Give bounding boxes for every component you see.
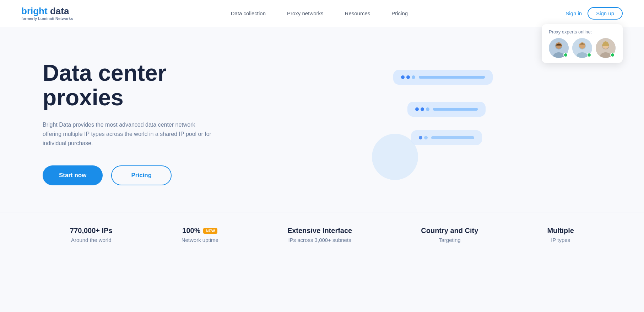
stat-uptime-value: 100% NEW <box>182 227 217 235</box>
db-card-3 <box>411 130 482 145</box>
nav-actions: Sign in Sign up <box>565 7 623 20</box>
nav-proxy-networks[interactable]: Proxy networks <box>287 10 324 16</box>
hero-content: Data center proxies Bright Data provides… <box>43 61 263 185</box>
db-line-2 <box>433 108 478 111</box>
stat-interface: Extensive Interface IPs across 3,000+ su… <box>287 227 352 243</box>
pricing-button[interactable]: Pricing <box>111 165 172 185</box>
stat-types: Multiple IP types <box>547 227 574 243</box>
expert-avatar-3[interactable] <box>596 38 616 58</box>
experts-avatars <box>549 38 616 58</box>
nav-data-collection[interactable]: Data collection <box>231 10 266 16</box>
hero-description: Bright Data provides the most advanced d… <box>43 120 213 148</box>
db-line-3 <box>431 136 474 139</box>
logo-data: data <box>50 6 69 16</box>
stat-targeting-label: Targeting <box>439 237 461 243</box>
stat-interface-label: IPs across 3,000+ subnets <box>288 237 351 243</box>
signin-button[interactable]: Sign in <box>565 10 582 16</box>
stat-targeting: Country and City Targeting <box>421 227 478 243</box>
expert-avatar-2[interactable] <box>572 38 592 58</box>
hero-illustration <box>263 63 608 184</box>
db-dots-2 <box>415 107 429 111</box>
nav-pricing[interactable]: Pricing <box>391 10 408 16</box>
online-indicator-2 <box>587 53 591 57</box>
db-dots-3 <box>419 136 428 139</box>
stat-uptime-label: Network uptime <box>182 237 218 243</box>
stat-ips: 770,000+ IPs Around the world <box>70 227 113 243</box>
db-card-2 <box>407 102 486 117</box>
illustration-container <box>368 63 503 184</box>
stat-ips-label: Around the world <box>71 237 111 243</box>
nav-resources[interactable]: Resources <box>345 10 370 16</box>
new-badge: NEW <box>203 228 217 234</box>
nav-links: Data collection Proxy networks Resources… <box>73 10 566 16</box>
signup-button[interactable]: Sign up <box>588 7 623 20</box>
stat-interface-value: Extensive Interface <box>287 227 352 235</box>
online-indicator-1 <box>563 53 568 57</box>
db-card-1 <box>393 70 493 85</box>
stat-ips-value: 770,000+ IPs <box>70 227 113 235</box>
stats-section: 770,000+ IPs Around the world 100% NEW N… <box>0 212 644 257</box>
start-now-button[interactable]: Start now <box>43 165 103 185</box>
db-dots-1 <box>401 75 415 79</box>
logo-bright: bright <box>21 6 50 16</box>
proxy-experts-popup: Proxy experts online: <box>542 24 623 63</box>
logo[interactable]: bright data formerly Luminati Networks <box>21 6 73 21</box>
proxy-experts-label: Proxy experts online: <box>549 29 592 35</box>
stat-types-label: IP types <box>551 237 570 243</box>
svg-point-7 <box>579 42 585 49</box>
expert-avatar-1[interactable] <box>549 38 569 58</box>
stat-types-value: Multiple <box>547 227 574 235</box>
online-indicator-3 <box>610 53 615 57</box>
db-line-1 <box>419 76 485 79</box>
logo-subtitle: formerly Luminati Networks <box>21 16 73 21</box>
stat-targeting-value: Country and City <box>421 227 478 235</box>
stat-uptime: 100% NEW Network uptime <box>182 227 218 243</box>
navbar: bright data formerly Luminati Networks D… <box>0 0 644 27</box>
hero-title: Data center proxies <box>43 61 263 110</box>
hero-buttons: Start now Pricing <box>43 165 263 185</box>
